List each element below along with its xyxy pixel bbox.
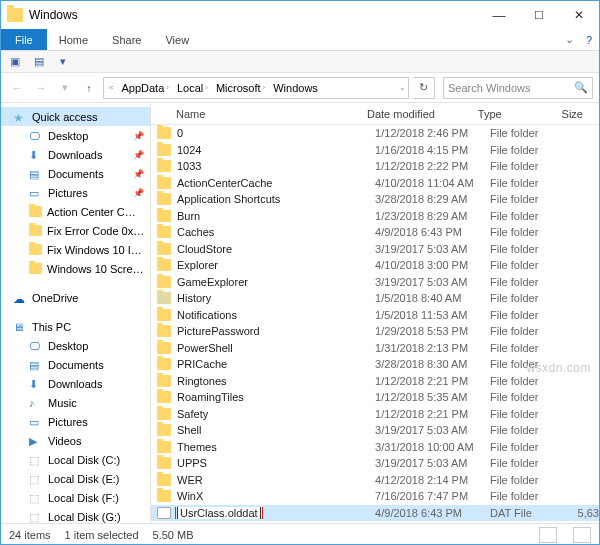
minimize-button[interactable] bbox=[479, 1, 519, 29]
folder-icon bbox=[29, 206, 42, 217]
pin-icon: 📌 bbox=[133, 131, 144, 141]
navitem-pcitem[interactable]: Documents bbox=[1, 355, 150, 374]
recent-locations-icon[interactable]: ▾ bbox=[55, 78, 75, 98]
header-size[interactable]: Size bbox=[547, 108, 584, 120]
cell-type: File folder bbox=[484, 358, 561, 370]
cell-type: File folder bbox=[484, 276, 561, 288]
navitem-pinned[interactable]: Action Center C… bbox=[1, 202, 150, 221]
navitem-quick-access[interactable]: Quick access bbox=[1, 107, 150, 126]
navitem-pcitem[interactable]: Local Disk (E:) bbox=[1, 469, 150, 488]
search-icon[interactable]: 🔍 bbox=[574, 81, 588, 94]
navitem-onedrive[interactable]: OneDrive bbox=[1, 288, 150, 307]
qat-new-icon[interactable]: ▤ bbox=[31, 54, 47, 70]
qat-properties-icon[interactable]: ▣ bbox=[7, 54, 23, 70]
crumb-appdata[interactable]: AppData › bbox=[118, 82, 171, 94]
file-row[interactable]: Application Shortcuts3/28/2018 8:29 AMFi… bbox=[151, 191, 599, 208]
cloud-icon bbox=[13, 292, 27, 304]
folder-icon bbox=[157, 424, 171, 436]
window-title: Windows bbox=[29, 8, 479, 22]
tab-file[interactable]: File bbox=[1, 29, 47, 50]
navitem-pinned[interactable]: Downloads📌 bbox=[1, 145, 150, 164]
navitem-pcitem[interactable]: Downloads bbox=[1, 374, 150, 393]
tab-view[interactable]: View bbox=[153, 29, 201, 50]
navitem-pcitem[interactable]: Desktop bbox=[1, 336, 150, 355]
crumb-windows[interactable]: Windows bbox=[270, 82, 321, 94]
file-row[interactable]: WER4/12/2018 2:14 PMFile folder bbox=[151, 472, 599, 489]
file-row[interactable]: ActionCenterCache4/10/2018 11:04 AMFile … bbox=[151, 175, 599, 192]
cell-type: File folder bbox=[484, 441, 561, 453]
file-row[interactable]: 10331/12/2018 2:22 PMFile folder bbox=[151, 158, 599, 175]
search-box[interactable]: Search Windows 🔍 bbox=[443, 77, 593, 99]
file-row[interactable]: RoamingTiles1/12/2018 5:35 AMFile folder bbox=[151, 389, 599, 406]
refresh-button[interactable]: ↻ bbox=[413, 77, 435, 99]
navitem-pcitem[interactable]: Local Disk (F:) bbox=[1, 488, 150, 507]
navitem-pcitem[interactable]: Pictures bbox=[1, 412, 150, 431]
file-row[interactable]: CloudStore3/19/2017 5:03 AMFile folder bbox=[151, 241, 599, 258]
file-list: Name Date modified Type Size 01/12/2018 … bbox=[151, 103, 599, 523]
crumb-local[interactable]: Local › bbox=[174, 82, 211, 94]
header-date[interactable]: Date modified bbox=[361, 108, 472, 120]
navitem-pinned[interactable]: Pictures📌 bbox=[1, 183, 150, 202]
rename-input[interactable]: UsrClass.olddat bbox=[177, 507, 261, 519]
ribbon-expand-icon[interactable]: ⌄ bbox=[559, 29, 579, 50]
navitem-pcitem[interactable]: Local Disk (C:) bbox=[1, 450, 150, 469]
maximize-button[interactable] bbox=[519, 1, 559, 29]
header-type[interactable]: Type bbox=[472, 108, 547, 120]
search-placeholder: Search Windows bbox=[448, 82, 574, 94]
cell-name: Themes bbox=[171, 441, 369, 453]
crumb-microsoft[interactable]: Microsoft › bbox=[213, 82, 268, 94]
pin-icon: 📌 bbox=[133, 188, 144, 198]
folder-icon bbox=[157, 408, 171, 420]
cell-type: DAT File bbox=[484, 507, 561, 519]
view-details-button[interactable] bbox=[539, 527, 557, 543]
qat-dropdown-icon[interactable]: ▾ bbox=[55, 54, 71, 70]
file-row[interactable]: UPPS3/19/2017 5:03 AMFile folder bbox=[151, 455, 599, 472]
column-headers: Name Date modified Type Size bbox=[151, 103, 599, 125]
navitem-pinned[interactable]: Desktop📌 bbox=[1, 126, 150, 145]
file-row[interactable]: PRICache3/28/2018 8:30 AMFile folder bbox=[151, 356, 599, 373]
close-button[interactable] bbox=[559, 1, 599, 29]
cell-type: File folder bbox=[484, 127, 561, 139]
navitem-pcitem[interactable]: Videos bbox=[1, 431, 150, 450]
navitem-pinned[interactable]: Documents📌 bbox=[1, 164, 150, 183]
address-bar[interactable]: « AppData › Local › Microsoft › Windows … bbox=[103, 77, 409, 99]
file-row[interactable]: Explorer4/10/2018 3:00 PMFile folder bbox=[151, 257, 599, 274]
file-row[interactable]: 10241/16/2018 4:15 PMFile folder bbox=[151, 142, 599, 159]
cell-type: File folder bbox=[484, 243, 561, 255]
file-row[interactable]: Shell3/19/2017 5:03 AMFile folder bbox=[151, 422, 599, 439]
file-row[interactable]: Burn1/23/2018 8:29 AMFile folder bbox=[151, 208, 599, 225]
cell-date: 1/12/2018 2:22 PM bbox=[369, 160, 484, 172]
file-row[interactable]: Themes3/31/2018 10:00 AMFile folder bbox=[151, 439, 599, 456]
pin-icon: 📌 bbox=[133, 150, 144, 160]
file-row[interactable]: PicturePassword1/29/2018 5:53 PMFile fol… bbox=[151, 323, 599, 340]
navitem-pinned[interactable]: Windows 10 Scre… bbox=[1, 259, 150, 278]
navitem-pinned[interactable]: Fix Error Code 0x… bbox=[1, 221, 150, 240]
file-row[interactable]: Ringtones1/12/2018 2:21 PMFile folder bbox=[151, 373, 599, 390]
file-row[interactable]: UsrClass.olddat4/9/2018 6:43 PMDAT File5… bbox=[151, 505, 599, 522]
file-row[interactable]: GameExplorer3/19/2017 5:03 AMFile folder bbox=[151, 274, 599, 291]
navitem-pcitem[interactable]: Local Disk (G:) bbox=[1, 507, 150, 523]
crumb-prefix[interactable]: « bbox=[106, 83, 116, 92]
view-large-button[interactable] bbox=[573, 527, 591, 543]
navitem-pcitem[interactable]: Music bbox=[1, 393, 150, 412]
forward-button[interactable]: → bbox=[31, 78, 51, 98]
tab-share[interactable]: Share bbox=[100, 29, 153, 50]
file-row[interactable]: Caches4/9/2018 6:43 PMFile folder bbox=[151, 224, 599, 241]
file-list-body[interactable]: 01/12/2018 2:46 PMFile folder10241/16/20… bbox=[151, 125, 599, 523]
dat-icon bbox=[157, 507, 171, 519]
up-button[interactable]: ↑ bbox=[79, 78, 99, 98]
navitem-thispc[interactable]: This PC bbox=[1, 317, 150, 336]
navitem-pinned[interactable]: Fix Windows 10 I… bbox=[1, 240, 150, 259]
tab-home[interactable]: Home bbox=[47, 29, 100, 50]
address-dropdown-icon[interactable]: ⌄ bbox=[399, 83, 406, 92]
cell-type: File folder bbox=[484, 457, 561, 469]
file-row[interactable]: Notifications1/5/2018 11:53 AMFile folde… bbox=[151, 307, 599, 324]
back-button[interactable]: ← bbox=[7, 78, 27, 98]
help-icon[interactable]: ? bbox=[579, 29, 599, 50]
file-row[interactable]: PowerShell1/31/2018 2:13 PMFile folder bbox=[151, 340, 599, 357]
file-row[interactable]: 01/12/2018 2:46 PMFile folder bbox=[151, 125, 599, 142]
file-row[interactable]: Safety1/12/2018 2:21 PMFile folder bbox=[151, 406, 599, 423]
file-row[interactable]: WinX7/16/2016 7:47 PMFile folder bbox=[151, 488, 599, 505]
header-name[interactable]: Name bbox=[170, 108, 361, 120]
file-row[interactable]: History1/5/2018 8:40 AMFile folder bbox=[151, 290, 599, 307]
